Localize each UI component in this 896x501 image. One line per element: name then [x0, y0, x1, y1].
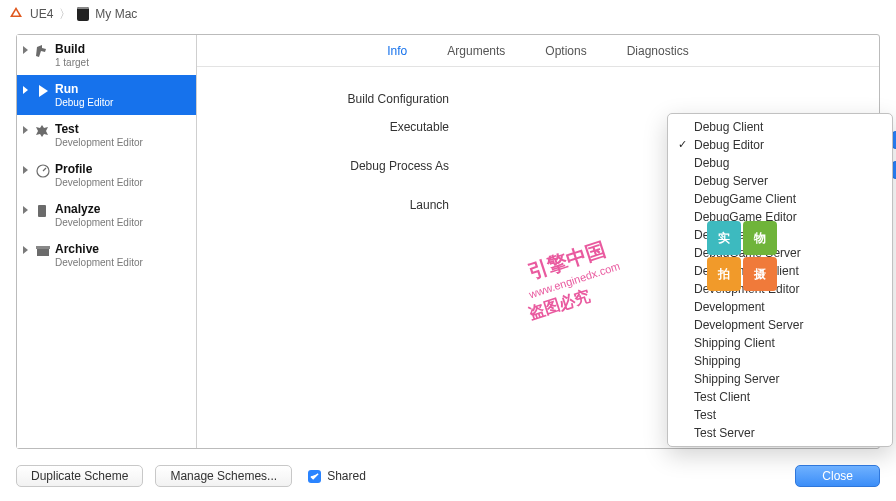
disclosure-triangle-icon[interactable]: [21, 205, 31, 215]
sidebar-item-analyze[interactable]: AnalyzeDevelopment Editor: [17, 195, 196, 235]
sidebar-item-title: Analyze: [55, 202, 143, 216]
scheme-editor-panel: Build1 targetRunDebug EditorTestDevelopm…: [16, 34, 880, 449]
config-option[interactable]: Test Client: [668, 388, 892, 406]
close-button[interactable]: Close: [795, 465, 880, 487]
config-option[interactable]: Development Client: [668, 262, 892, 280]
tab-diagnostics[interactable]: Diagnostics: [627, 44, 689, 58]
scheme-sidebar: Build1 targetRunDebug EditorTestDevelopm…: [17, 35, 197, 448]
svg-rect-1: [38, 205, 46, 217]
bottom-bar: Duplicate Scheme Manage Schemes... Share…: [16, 461, 880, 491]
duplicate-scheme-button[interactable]: Duplicate Scheme: [16, 465, 143, 487]
config-option[interactable]: Development: [668, 298, 892, 316]
tab-info[interactable]: Info: [387, 44, 407, 58]
sidebar-item-build[interactable]: Build1 target: [17, 35, 196, 75]
config-option[interactable]: Development Server: [668, 316, 892, 334]
config-option[interactable]: Debug: [668, 154, 892, 172]
sidebar-item-archive[interactable]: ArchiveDevelopment Editor: [17, 235, 196, 275]
sidebar-item-subtitle: Development Editor: [55, 217, 143, 228]
label-executable: Executable: [197, 120, 457, 134]
svg-rect-3: [36, 246, 50, 249]
run-icon: [35, 83, 51, 99]
breadcrumb-device[interactable]: My Mac: [95, 7, 137, 21]
disclosure-triangle-icon[interactable]: [21, 85, 31, 95]
config-option[interactable]: DebugGame Client: [668, 190, 892, 208]
config-option[interactable]: Test: [668, 406, 892, 424]
shared-label: Shared: [327, 469, 366, 483]
svg-rect-2: [37, 248, 49, 256]
disclosure-triangle-icon[interactable]: [21, 245, 31, 255]
config-option[interactable]: DebugGame Editor: [668, 208, 892, 226]
shared-checkbox[interactable]: [308, 470, 321, 483]
sidebar-item-subtitle: 1 target: [55, 57, 89, 68]
watermark: 引擎中国 www.enginedx.com 盗图必究: [527, 245, 622, 311]
manage-schemes-button[interactable]: Manage Schemes...: [155, 465, 292, 487]
config-option[interactable]: DebugGame: [668, 226, 892, 244]
sidebar-item-run[interactable]: RunDebug Editor: [17, 75, 196, 115]
sidebar-item-subtitle: Development Editor: [55, 257, 143, 268]
sidebar-item-subtitle: Development Editor: [55, 177, 143, 188]
analyze-icon: [35, 203, 51, 219]
archive-icon: [35, 243, 51, 259]
breadcrumb: UE4 〉 My Mac: [0, 0, 896, 28]
sidebar-item-test[interactable]: TestDevelopment Editor: [17, 115, 196, 155]
sidebar-item-title: Archive: [55, 242, 143, 256]
sidebar-item-title: Profile: [55, 162, 143, 176]
profile-icon: [35, 163, 51, 179]
tab-options[interactable]: Options: [545, 44, 586, 58]
config-option[interactable]: Shipping Server: [668, 370, 892, 388]
label-build-configuration: Build Configuration: [197, 92, 457, 106]
sidebar-item-profile[interactable]: ProfileDevelopment Editor: [17, 155, 196, 195]
config-option[interactable]: Shipping: [668, 352, 892, 370]
label-launch: Launch: [197, 198, 457, 212]
breadcrumb-project[interactable]: UE4: [30, 7, 53, 21]
disclosure-triangle-icon[interactable]: [21, 165, 31, 175]
config-option[interactable]: Debug Client: [668, 118, 892, 136]
disclosure-triangle-icon[interactable]: [21, 125, 31, 135]
tab-arguments[interactable]: Arguments: [447, 44, 505, 58]
tabs: Info Arguments Options Diagnostics: [197, 35, 879, 67]
config-option[interactable]: Shipping Client: [668, 334, 892, 352]
shared-checkbox-row: Shared: [308, 469, 366, 483]
sidebar-item-title: Run: [55, 82, 113, 96]
label-debug-process-as: Debug Process As: [197, 159, 457, 173]
sidebar-item-subtitle: Debug Editor: [55, 97, 113, 108]
scheme-content: Info Arguments Options Diagnostics Build…: [197, 35, 879, 448]
sidebar-item-title: Test: [55, 122, 143, 136]
build-configuration-menu[interactable]: Debug ClientDebug EditorDebugDebug Serve…: [667, 113, 893, 447]
test-icon: [35, 123, 51, 139]
sidebar-item-title: Build: [55, 42, 89, 56]
build-icon: [35, 43, 51, 59]
config-option[interactable]: Test Server: [668, 424, 892, 442]
app-icon: [8, 6, 24, 22]
config-option[interactable]: DebugGame Server: [668, 244, 892, 262]
config-option[interactable]: Debug Editor: [668, 136, 892, 154]
config-option[interactable]: Debug Server: [668, 172, 892, 190]
disclosure-triangle-icon[interactable]: [21, 45, 31, 55]
device-icon: [77, 7, 89, 21]
chevron-right-icon: 〉: [59, 6, 71, 23]
config-option[interactable]: Development Editor: [668, 280, 892, 298]
sidebar-item-subtitle: Development Editor: [55, 137, 143, 148]
